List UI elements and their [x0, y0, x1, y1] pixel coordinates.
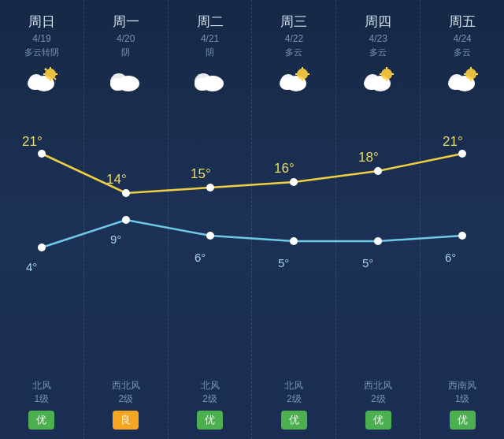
weather-icon-4	[357, 65, 399, 96]
columns-overlay: 周日 4/19 多云转阴	[0, 0, 504, 439]
weather-icon-1	[105, 65, 147, 96]
day-desc-5: 多云	[454, 47, 471, 58]
aqi-badge-2: 优	[197, 411, 223, 430]
wind-level-2: 2级	[202, 392, 217, 406]
day-desc-4: 多云	[369, 47, 387, 58]
svg-point-16	[195, 78, 209, 91]
svg-line-9	[54, 78, 56, 80]
svg-point-13	[110, 78, 124, 91]
day-col-1: 周一 4/20 阴 西北风 2级 良	[84, 0, 169, 439]
aqi-badge-5: 优	[450, 411, 476, 430]
day-name-4: 周四	[365, 13, 391, 31]
weather-icon-5	[441, 65, 484, 96]
wind-level-1: 2级	[118, 392, 133, 406]
svg-line-10	[45, 69, 46, 70]
bottom-info-5: 西南风 1级 优	[448, 379, 476, 439]
day-col-3: 周三 4/22 多云 北风 2级 优	[252, 0, 336, 439]
bottom-info-1: 西北风 2级 良	[112, 379, 140, 439]
bottom-info-4: 西北风 2级 优	[364, 379, 392, 439]
day-name-0: 周日	[28, 13, 55, 31]
wind-dir-5: 西南风	[448, 379, 476, 392]
day-name-3: 周三	[280, 13, 307, 31]
svg-point-2	[28, 77, 42, 90]
day-date-3: 4/22	[285, 33, 303, 44]
svg-point-35	[448, 77, 462, 90]
svg-point-36	[465, 69, 476, 80]
day-name-2: 周二	[197, 13, 224, 31]
day-date-2: 4/21	[201, 33, 219, 44]
day-col-2: 周二 4/21 阴 北风 2级 优	[169, 0, 253, 439]
day-date-5: 4/24	[453, 33, 471, 44]
svg-point-3	[45, 69, 56, 80]
wind-dir-4: 西北风	[364, 379, 392, 392]
day-col-5: 周五 4/24 多云 西南风 1级 优	[421, 0, 504, 439]
wind-dir-3: 北风	[284, 379, 303, 392]
aqi-badge-0: 优	[28, 411, 54, 430]
svg-point-19	[280, 77, 294, 90]
day-desc-0: 多云转阴	[24, 47, 59, 58]
svg-point-28	[381, 69, 392, 80]
wind-level-0: 1级	[35, 392, 50, 406]
day-name-5: 周五	[449, 13, 476, 31]
wind-dir-2: 北风	[201, 379, 220, 392]
day-date-0: 4/19	[32, 33, 50, 44]
wind-level-5: 1级	[455, 392, 470, 406]
weather-icon-0	[20, 65, 63, 96]
bottom-info-2: 北风 2级 优	[197, 379, 223, 439]
day-name-1: 周一	[113, 13, 139, 31]
svg-point-20	[297, 69, 308, 80]
day-col-0: 周日 4/19 多云转阴	[0, 0, 84, 439]
day-desc-2: 阴	[206, 47, 214, 58]
aqi-badge-1: 良	[113, 411, 139, 430]
day-col-4: 周四 4/23 多云 西北风 2级 优	[336, 0, 421, 439]
aqi-badge-4: 优	[365, 411, 391, 430]
bottom-info-0: 北风 1级 优	[28, 379, 54, 439]
day-date-4: 4/23	[369, 33, 387, 44]
day-desc-1: 阴	[121, 47, 130, 58]
day-desc-3: 多云	[285, 47, 302, 58]
svg-point-27	[364, 77, 378, 90]
day-date-1: 4/20	[117, 33, 135, 44]
wind-level-4: 2级	[371, 392, 386, 406]
wind-dir-0: 北风	[32, 379, 51, 392]
aqi-badge-3: 优	[281, 411, 307, 430]
weather-icon-2	[189, 65, 232, 96]
bottom-info-3: 北风 2级 优	[281, 379, 307, 439]
wind-dir-1: 西北风	[112, 379, 140, 392]
weather-icon-3	[272, 65, 315, 96]
wind-level-3: 2级	[287, 392, 302, 406]
